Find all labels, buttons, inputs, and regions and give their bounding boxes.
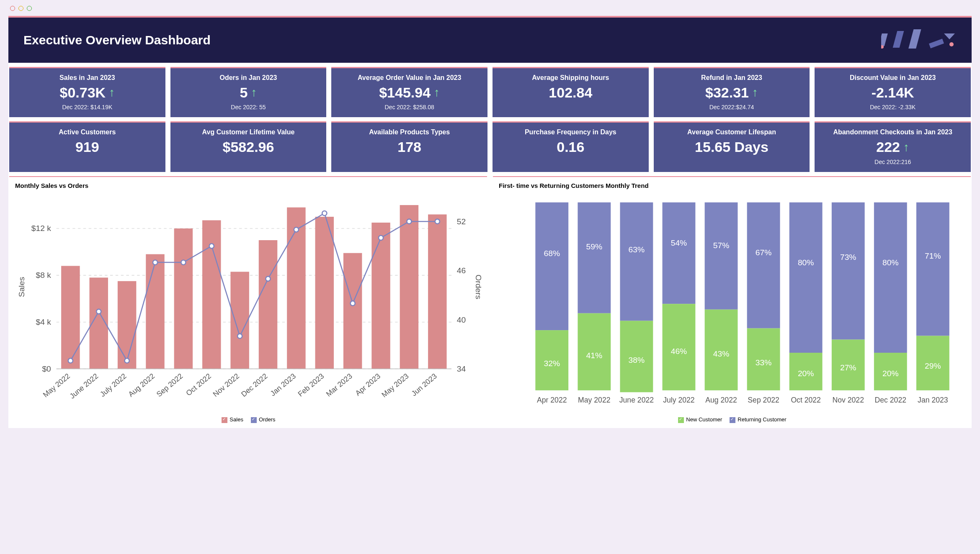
svg-point-35 xyxy=(96,309,101,314)
kpi-value: 15.65 Days xyxy=(695,139,769,155)
svg-rect-78 xyxy=(663,202,696,304)
svg-point-44 xyxy=(351,301,355,305)
svg-text:73%: 73% xyxy=(840,253,856,262)
trend-up-icon: ↑ xyxy=(903,141,909,154)
kpi-title: Available Products Types xyxy=(335,128,483,136)
kpi-title: Abandonment Checkouts in Jan 2023 xyxy=(819,128,967,136)
svg-rect-108 xyxy=(916,202,949,336)
svg-text:Sales: Sales xyxy=(17,277,26,297)
svg-point-40 xyxy=(237,333,242,338)
trend-up-icon: ↑ xyxy=(109,86,115,99)
svg-rect-3 xyxy=(929,39,944,49)
svg-text:July 2022: July 2022 xyxy=(663,396,694,404)
svg-text:20%: 20% xyxy=(798,369,814,378)
svg-rect-103 xyxy=(874,202,907,352)
svg-point-45 xyxy=(379,236,383,240)
sales-orders-svg: $0$4 k$8 k$12 k34404652SalesOrdersMay 20… xyxy=(13,192,484,413)
svg-rect-26 xyxy=(230,272,249,369)
svg-rect-25 xyxy=(202,220,221,369)
svg-text:Dec 2022: Dec 2022 xyxy=(240,372,269,398)
kpi-footer: Dec 2022:$24.74 xyxy=(658,104,806,110)
kpi-card: Refund in Jan 2023$32.31↑Dec 2022:$24.74 xyxy=(654,67,810,117)
kpi-card: Average Customer Lifespan15.65 Days xyxy=(654,121,810,172)
window-close-dot[interactable] xyxy=(10,6,15,11)
kpi-value: 178 xyxy=(397,139,421,155)
chart-title: First- time vs Returning Customers Month… xyxy=(499,182,967,189)
svg-text:$8 k: $8 k xyxy=(36,271,51,280)
svg-text:Oct 2022: Oct 2022 xyxy=(184,372,213,397)
kpi-card: Purchase Frequency in Days0.16 xyxy=(493,121,649,172)
svg-point-34 xyxy=(68,358,73,363)
svg-point-46 xyxy=(407,219,411,223)
header: Executive Overview Dashboard xyxy=(8,18,972,63)
kpi-title: Avg Customer Lifetime Value xyxy=(175,128,322,136)
kpi-row-1: Sales in Jan 2023$0.73K↑Dec 2022: $14.19… xyxy=(8,67,972,121)
svg-text:54%: 54% xyxy=(671,239,687,247)
svg-text:29%: 29% xyxy=(925,361,941,370)
svg-text:33%: 33% xyxy=(756,358,772,367)
kpi-value: $32.31↑ xyxy=(705,85,758,100)
svg-rect-63 xyxy=(535,202,568,330)
kpi-row-2: Active Customers919Avg Customer Lifetime… xyxy=(8,121,972,176)
svg-point-36 xyxy=(125,358,129,363)
svg-text:67%: 67% xyxy=(756,248,772,257)
svg-rect-29 xyxy=(315,217,334,369)
svg-rect-24 xyxy=(174,228,193,369)
window-max-dot[interactable] xyxy=(27,6,32,11)
chart1-legend: Sales Orders xyxy=(13,416,484,423)
svg-text:Apr 2022: Apr 2022 xyxy=(537,396,567,404)
svg-rect-31 xyxy=(371,223,390,369)
svg-text:Jan 2023: Jan 2023 xyxy=(269,372,298,398)
kpi-footer: Dec 2022: $258.08 xyxy=(335,104,483,110)
chart-title: Monthly Sales vs Orders xyxy=(15,182,484,189)
svg-rect-32 xyxy=(400,205,418,369)
svg-point-5 xyxy=(949,42,954,46)
kpi-card: Avg Customer Lifetime Value$582.96 xyxy=(170,121,327,172)
kpi-value: 222↑ xyxy=(876,139,909,155)
svg-rect-73 xyxy=(620,202,653,321)
kpi-card: Average Order Value in Jan 2023$145.94↑D… xyxy=(331,67,487,117)
svg-rect-98 xyxy=(832,202,865,339)
svg-rect-20 xyxy=(61,266,80,369)
svg-text:34: 34 xyxy=(457,364,466,373)
kpi-value: $145.94↑ xyxy=(379,85,440,100)
svg-rect-23 xyxy=(146,254,164,369)
chart-customer-trend: First- time vs Returning Customers Month… xyxy=(493,176,971,426)
svg-text:20%: 20% xyxy=(882,369,899,378)
legend-sales: Sales xyxy=(222,416,243,423)
kpi-title: Oders in Jan 2023 xyxy=(175,74,322,82)
window-min-dot[interactable] xyxy=(18,6,23,11)
svg-text:32%: 32% xyxy=(544,359,560,367)
chart2-legend: New Customer Returning Customer xyxy=(497,416,967,423)
page-title: Executive Overview Dashboard xyxy=(23,33,211,47)
kpi-value: -2.14K xyxy=(872,85,914,100)
window-controls xyxy=(8,4,972,16)
kpi-card: Average Shipping hours102.84 xyxy=(493,67,649,117)
svg-text:Jan 2023: Jan 2023 xyxy=(918,396,948,404)
kpi-card: Available Products Types178 xyxy=(331,121,487,172)
svg-text:May 2022: May 2022 xyxy=(578,396,610,404)
svg-text:Aug 2022: Aug 2022 xyxy=(126,372,156,398)
svg-text:Sep 2022: Sep 2022 xyxy=(748,396,779,404)
svg-rect-2 xyxy=(908,29,921,49)
kpi-title: Sales in Jan 2023 xyxy=(13,74,161,82)
svg-text:59%: 59% xyxy=(586,242,603,251)
kpi-card: Abandonment Checkouts in Jan 2023222↑Dec… xyxy=(815,121,971,172)
svg-text:July 2022: July 2022 xyxy=(98,372,128,398)
svg-point-47 xyxy=(435,219,440,223)
kpi-value: 919 xyxy=(75,139,99,155)
svg-text:68%: 68% xyxy=(544,249,560,258)
svg-text:38%: 38% xyxy=(629,356,645,364)
svg-rect-22 xyxy=(118,281,136,369)
kpi-card: Active Customers919 xyxy=(9,121,165,172)
customer-trend-svg: 68%32%Apr 202259%41%May 202263%38%June 2… xyxy=(497,192,967,413)
svg-text:Sep 2022: Sep 2022 xyxy=(155,372,185,398)
svg-text:$12 k: $12 k xyxy=(31,224,51,233)
svg-text:63%: 63% xyxy=(629,245,645,254)
svg-text:Feb 2023: Feb 2023 xyxy=(296,372,325,398)
svg-rect-27 xyxy=(259,240,277,369)
kpi-value: $0.73K↑ xyxy=(60,85,115,100)
svg-text:May 2022: May 2022 xyxy=(41,372,72,399)
svg-text:$0: $0 xyxy=(42,364,51,373)
svg-text:June 2022: June 2022 xyxy=(619,396,654,404)
